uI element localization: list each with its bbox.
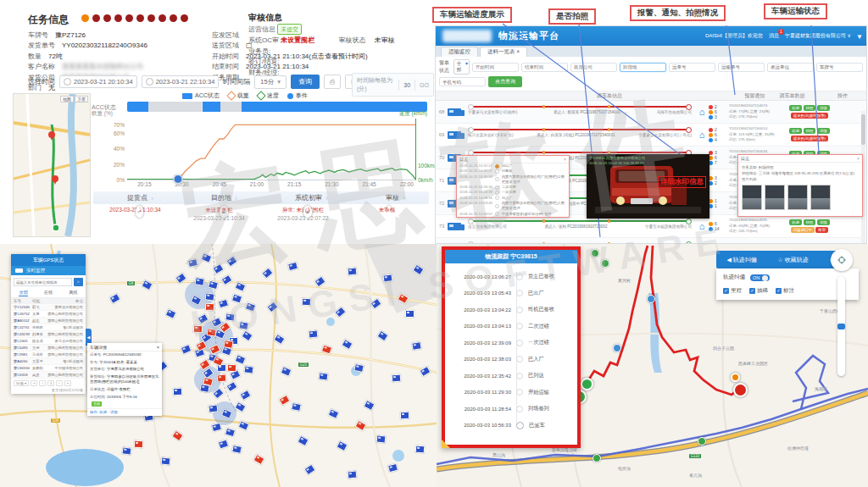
vehicle-marker-online[interactable] <box>411 341 421 351</box>
vehicle-row[interactable]: 蒙C4575Z水建蒙西山能科贸有限公司 <box>11 311 86 318</box>
legend-item[interactable]: 事件 <box>287 91 308 100</box>
filter-input[interactable] <box>767 63 814 72</box>
vehicle-row[interactable]: 蒙C6495王强蒙西山能科贸有限公司 <box>11 345 86 351</box>
filter-input[interactable] <box>669 63 715 72</box>
vehicle-marker-online[interactable] <box>348 267 358 275</box>
pager-button[interactable]: « <box>31 380 37 386</box>
pager-button[interactable]: » <box>64 380 71 386</box>
option-checkbox[interactable]: 标注 <box>776 287 794 295</box>
pager-button[interactable]: 1 <box>47 380 54 386</box>
filter-input[interactable] <box>521 63 568 72</box>
poi-marker[interactable] <box>647 295 655 303</box>
correct-toggle[interactable]: ON <box>750 274 770 281</box>
tab-inbound-list[interactable]: 进料一览表 × <box>480 47 527 57</box>
status-pill-2[interactable]: 终审 <box>815 227 828 233</box>
vehicle-marker-alarm[interactable] <box>134 440 143 448</box>
vehicle-row[interactable]: 蒙C6318高原蒙西山能科贸有限公司 <box>11 372 86 379</box>
option-checkbox[interactable]: 里程 <box>723 287 742 295</box>
table-row[interactable]: 73 吉元冶金集团有限公司 承运人: 张利 PC2019081910720002 <box>436 215 866 238</box>
home-icon[interactable]: ⌂ <box>695 107 709 117</box>
poi-marker[interactable] <box>613 344 621 352</box>
detail-button[interactable]: 详情 <box>817 105 830 111</box>
table-row[interactable]: 69 银川水泥灰岩矿(多彩矿业) 承运人: 白某某 (司机) PC2019071… <box>436 124 866 147</box>
collapse-caret-icon[interactable]: ▼ <box>856 33 863 41</box>
notice-count[interactable]: 6 <box>709 156 729 160</box>
track-button[interactable]: 轨迹 <box>789 128 802 134</box>
filter-input[interactable] <box>620 63 666 72</box>
photo-thumbnail[interactable] <box>810 185 831 210</box>
vehicle-marker-alarm[interactable] <box>193 325 203 334</box>
tab-transport-monitor[interactable]: 运输监控 <box>441 47 478 57</box>
photo-count[interactable]: 14 <box>709 227 729 231</box>
search-input[interactable] <box>14 278 72 286</box>
satellite-type-button[interactable]: 卫星 <box>75 96 88 102</box>
vehicle-marker-alarm[interactable] <box>206 328 216 336</box>
filter-input[interactable] <box>472 63 519 72</box>
alert-counters[interactable]: 6 14 <box>709 222 729 231</box>
vehicle-marker-alarm[interactable] <box>227 364 236 372</box>
vehicle-row[interactable]: 蒙C84334孙鹏利中信物流有限公司 <box>11 365 86 372</box>
vehicle-marker-online[interactable] <box>318 372 328 380</box>
table-row[interactable]: 68 宁夏赛马水泥有限公司(熟料) 承运人: 郭某某 PC20196751071… <box>436 101 866 124</box>
photo-count[interactable]: 3 <box>709 115 729 119</box>
zoom-handle[interactable] <box>837 324 845 329</box>
query-button[interactable]: 查询 <box>291 75 320 89</box>
company-select[interactable]: 宁夏建材集团股份有限公司 ∨ <box>785 32 851 40</box>
route-track-map[interactable]: 家景牧源产业园乌达工业园区黄河村一棵树乌海西站乌斯太汽车站四合子公园千里山西站庆… <box>437 244 868 487</box>
status-filter-select[interactable]: 全部 <box>453 59 470 75</box>
vehicle-marker-online[interactable] <box>415 445 426 454</box>
vehicle-marker-online[interactable] <box>405 310 415 318</box>
close-icon[interactable]: × <box>857 156 860 161</box>
alert-counters[interactable]: 3 6 7 <box>709 151 729 165</box>
event-dot[interactable] <box>173 174 182 184</box>
user-welcome[interactable]: DAISHI【管理员】欢迎您 <box>705 32 763 40</box>
photo-thumbnail[interactable] <box>787 185 808 210</box>
vehicle-row[interactable]: 蒙C42761宋林峰海C机速物流 <box>11 324 86 331</box>
route-start-marker[interactable] <box>581 378 593 390</box>
vehicle-marker-online[interactable] <box>194 277 204 286</box>
tab-all[interactable]: 全部 <box>19 290 27 296</box>
map-type-button[interactable]: 地图 <box>60 96 74 102</box>
legend-item[interactable]: 载重 <box>228 91 249 100</box>
notice-count[interactable]: 1 <box>709 199 729 203</box>
detail-link[interactable]: 详情 <box>110 410 118 414</box>
poi-marker[interactable] <box>593 454 601 462</box>
detail-button[interactable]: 详情 <box>817 128 830 134</box>
vehicle-marker-online[interactable] <box>204 292 214 301</box>
vehicle-marker-online[interactable] <box>392 374 402 383</box>
vehicle-marker-online[interactable] <box>243 365 253 374</box>
option-checkbox[interactable]: 抽稀 <box>749 287 768 295</box>
vehicle-marker-online[interactable] <box>161 457 171 465</box>
vehicle-marker-online[interactable] <box>238 321 248 330</box>
photo-button[interactable]: 拍照 <box>804 128 816 134</box>
vehicle-row[interactable]: 宁C12345郭飞蒙西水泥有限公司 <box>11 304 86 311</box>
time-from-input[interactable]: 2023-03-21 20:10:34 <box>59 75 137 88</box>
poi-marker[interactable] <box>591 249 599 257</box>
time-to-input[interactable]: 2023-03-21 22:10:34 <box>142 75 220 88</box>
alert-counters[interactable]: 2 6 3 <box>709 105 729 119</box>
vehicle-marker-alarm[interactable] <box>217 374 227 382</box>
favorite-track-button[interactable]: ☆ 收藏轨迹 <box>778 256 809 264</box>
track-button[interactable]: 轨迹 <box>789 219 802 225</box>
detail-button[interactable]: 详情 <box>817 219 830 225</box>
photo-thumbnail[interactable] <box>742 185 762 210</box>
vehicle-marker-online[interactable] <box>382 274 392 282</box>
export-button[interactable]: ⎙ <box>324 75 341 89</box>
track-button[interactable]: 轨迹 <box>789 105 802 111</box>
photo-button[interactable]: 拍照 <box>804 219 816 225</box>
poi-marker[interactable] <box>698 437 706 445</box>
alarm-count[interactable]: 2 <box>709 105 729 109</box>
photo-count[interactable]: 1 <box>709 204 729 208</box>
home-icon[interactable]: ⌂ <box>695 130 709 140</box>
tab-offline[interactable]: 离线 <box>69 290 77 296</box>
vehicle-row[interactable]: 蒙C9381马成祥蒙西山能科贸有限公司 <box>11 351 86 358</box>
search-icon[interactable]: ⌕ <box>74 278 83 286</box>
interval-select[interactable]: 15分 <box>254 75 287 89</box>
route-mini-map[interactable]: 地图卫星 <box>13 93 91 237</box>
home-icon[interactable]: ⌂ <box>695 221 709 231</box>
map-compass-control[interactable] <box>831 249 853 271</box>
photo-thumbnail[interactable] <box>765 185 785 210</box>
filter-input[interactable] <box>816 63 863 72</box>
alarm-count[interactable]: 2 <box>709 128 729 132</box>
axis-interval-value[interactable]: 30 <box>398 80 415 91</box>
